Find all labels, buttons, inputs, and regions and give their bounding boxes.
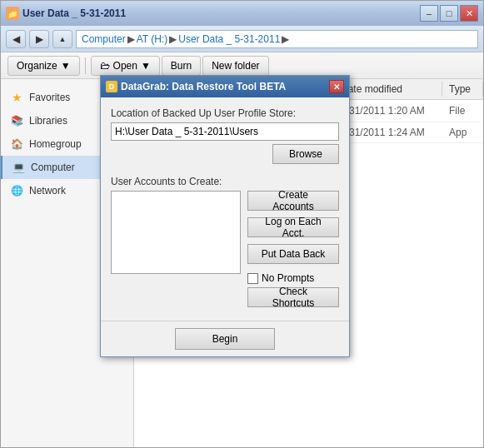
datagrab-dialog: D DataGrab: Data Restore Tool BETA ✕ Loc… bbox=[100, 75, 350, 357]
star-icon: ★ bbox=[9, 90, 24, 105]
breadcrumb[interactable]: Computer ▶ AT (H:) ▶ User Data _ 5-31-20… bbox=[76, 30, 478, 48]
no-prompts-label: No Prompts bbox=[262, 272, 314, 284]
new-folder-button[interactable]: New folder bbox=[202, 56, 268, 76]
dialog-title: DataGrab: Data Restore Tool BETA bbox=[121, 81, 286, 92]
window-title: User Data _ 5-31-2011 bbox=[22, 7, 126, 19]
up-button[interactable]: ▲ bbox=[52, 30, 72, 48]
toolbar-separator bbox=[85, 57, 86, 74]
homegroup-icon: 🏠 bbox=[9, 137, 24, 152]
close-button[interactable]: ✕ bbox=[460, 5, 478, 22]
sidebar-label-homegroup: Homegroup bbox=[29, 138, 82, 150]
browse-button[interactable]: Browse bbox=[272, 144, 339, 164]
col-header-date[interactable]: Date modified bbox=[334, 82, 442, 97]
put-data-back-button[interactable]: Put Data Back bbox=[247, 244, 339, 264]
title-bar-buttons: – □ ✕ bbox=[420, 5, 478, 22]
minimize-button[interactable]: – bbox=[420, 5, 438, 22]
window-icon: 📁 bbox=[6, 7, 19, 20]
open-button[interactable]: 🗁 Open ▼ bbox=[91, 56, 160, 76]
no-prompts-checkbox[interactable] bbox=[247, 273, 258, 284]
nav-bar: ◀ ▶ ▲ Computer ▶ AT (H:) ▶ User Data _ 5… bbox=[1, 26, 483, 52]
breadcrumb-text: Computer bbox=[82, 33, 126, 45]
two-col-layout: Create Accounts Log on Each Acct. Put Da… bbox=[111, 191, 339, 311]
user-accounts-label: User Accounts to Create: bbox=[111, 176, 339, 187]
location-input[interactable] bbox=[111, 122, 339, 141]
file-date-users: 5/31/2011 1:20 AM bbox=[334, 103, 442, 118]
sidebar-label-libraries: Libraries bbox=[29, 115, 67, 127]
computer-icon: 💻 bbox=[11, 160, 26, 175]
dialog-close-button[interactable]: ✕ bbox=[329, 80, 344, 93]
breadcrumb-folder: User Data _ 5-31-2011 bbox=[178, 33, 280, 45]
log-on-button[interactable]: Log on Each Acct. bbox=[247, 217, 339, 237]
maximize-button[interactable]: □ bbox=[440, 5, 458, 22]
file-date-restore: 5/31/2011 1:24 AM bbox=[334, 125, 442, 140]
dialog-title-bar: D DataGrab: Data Restore Tool BETA ✕ bbox=[101, 76, 349, 97]
title-bar: 📁 User Data _ 5-31-2011 – □ ✕ bbox=[1, 1, 483, 26]
location-label: Location of Backed Up User Profile Store… bbox=[111, 107, 339, 119]
begin-button[interactable]: Begin bbox=[175, 328, 275, 350]
breadcrumb-drive: AT (H:) bbox=[137, 33, 168, 45]
sidebar-label-computer: Computer bbox=[31, 162, 75, 173]
forward-button[interactable]: ▶ bbox=[29, 30, 49, 48]
sidebar-label-favorites: Favorites bbox=[29, 92, 70, 103]
col-header-type[interactable]: Type bbox=[442, 82, 483, 97]
check-shortcuts-button[interactable]: Check Shortcuts bbox=[247, 287, 339, 307]
file-type-restore: App bbox=[442, 125, 483, 140]
back-button[interactable]: ◀ bbox=[6, 30, 26, 48]
create-accounts-button[interactable]: Create Accounts bbox=[247, 191, 339, 211]
dialog-footer: Begin bbox=[101, 321, 349, 356]
dialog-icon: D bbox=[106, 81, 117, 92]
network-icon: 🌐 bbox=[9, 183, 24, 198]
user-list-box[interactable] bbox=[111, 191, 241, 274]
file-type-users: File bbox=[442, 103, 483, 118]
no-prompts-row: No Prompts bbox=[247, 272, 339, 284]
button-column: Create Accounts Log on Each Acct. Put Da… bbox=[247, 191, 339, 311]
organize-button[interactable]: Organize ▼ bbox=[7, 56, 80, 76]
sidebar-label-network: Network bbox=[29, 185, 66, 197]
dialog-body: Location of Backed Up User Profile Store… bbox=[101, 97, 349, 321]
library-icon: 📚 bbox=[9, 113, 24, 128]
burn-button[interactable]: Burn bbox=[162, 56, 201, 76]
browse-row: Browse bbox=[111, 144, 339, 167]
